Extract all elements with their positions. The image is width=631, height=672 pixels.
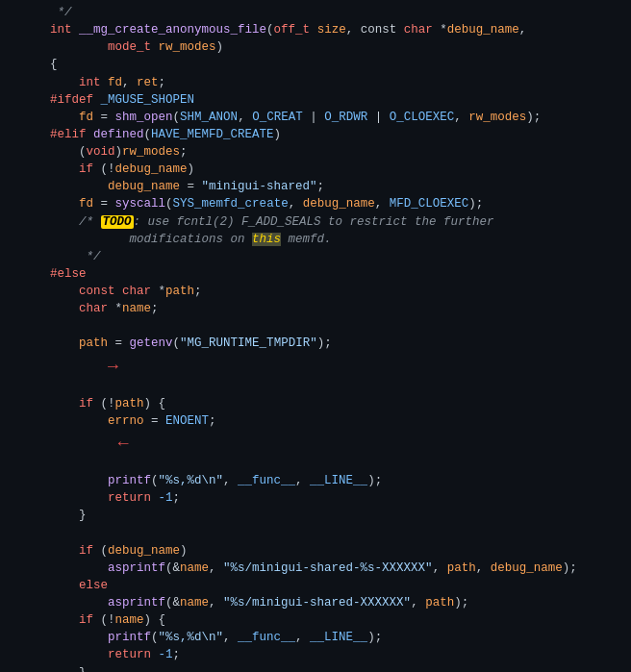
code-line: printf("%s,%d\n", __func__, __LINE__); bbox=[0, 472, 631, 489]
code-line: printf("%s,%d\n", __func__, __LINE__); bbox=[0, 629, 631, 646]
code-line: { bbox=[0, 56, 631, 73]
code-line bbox=[0, 525, 631, 542]
code-line: else bbox=[0, 577, 631, 594]
code-line: asprintf(&name, "%s/minigui-shared-%s-XX… bbox=[0, 560, 631, 577]
code-line: if (!name) { bbox=[0, 611, 631, 629]
code-line: if (!path) { bbox=[0, 395, 631, 412]
code-line: #else bbox=[0, 265, 631, 283]
code-line: path = getenv("MG_RUNTIME_TMPDIR"); → bbox=[0, 335, 631, 394]
code-line: } bbox=[0, 507, 631, 524]
code-line: errno = ENOENT; ← bbox=[0, 412, 631, 472]
code-line: /* TODO: use fcntl(2) F_ADD_SEALS to res… bbox=[0, 213, 631, 231]
code-line: int __mg_create_anonymous_file(off_t siz… bbox=[0, 21, 631, 38]
code-line: return -1; bbox=[0, 489, 631, 507]
code-line: #elif defined(HAVE_MEMFD_CREATE) bbox=[0, 126, 631, 143]
code-line: asprintf(&name, "%s/minigui-shared-XXXXX… bbox=[0, 594, 631, 611]
code-line: */ bbox=[0, 248, 631, 265]
code-line: debug_name = "minigui-shared"; bbox=[0, 178, 631, 195]
code-line: #ifdef _MGUSE_SHOPEN bbox=[0, 91, 631, 109]
code-line: fd = shm_open(SHM_ANON, O_CREAT | O_RDWR… bbox=[0, 109, 631, 126]
code-line: modifications on this memfd. bbox=[0, 231, 631, 248]
code-line: if (!debug_name) bbox=[0, 161, 631, 178]
code-line bbox=[0, 317, 631, 335]
todo-badge: TODO bbox=[101, 215, 134, 229]
code-line: mode_t rw_modes) bbox=[0, 38, 631, 56]
code-line: */ bbox=[0, 4, 631, 21]
code-line: return -1; bbox=[0, 646, 631, 663]
code-line: if (debug_name) bbox=[0, 542, 631, 560]
code-line: fd = syscall(SYS_memfd_create, debug_nam… bbox=[0, 195, 631, 212]
code-container: */ int __mg_create_anonymous_file(off_t … bbox=[0, 0, 631, 672]
code-line: char *name; bbox=[0, 300, 631, 317]
code-line: int fd, ret; bbox=[0, 74, 631, 91]
code-line: } bbox=[0, 664, 631, 672]
code-line: const char *path; bbox=[0, 283, 631, 300]
code-line: (void)rw_modes; bbox=[0, 143, 631, 161]
